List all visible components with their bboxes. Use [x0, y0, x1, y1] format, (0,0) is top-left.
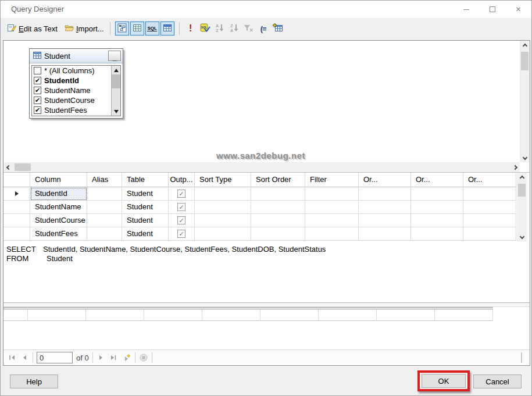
checkbox-checked[interactable]: ✔ — [34, 106, 41, 114]
results-cell[interactable] — [435, 309, 493, 321]
sort-ascending-button[interactable]: AZ — [213, 21, 227, 36]
results-cell[interactable] — [202, 309, 260, 321]
ok-button[interactable]: OK — [422, 374, 466, 388]
help-button[interactable]: Help — [10, 374, 58, 388]
cell-sort-type[interactable] — [195, 227, 251, 241]
header-output[interactable]: Outp... — [169, 173, 195, 187]
header-or-3[interactable]: Or... — [463, 173, 516, 187]
results-pane-button[interactable] — [160, 22, 174, 35]
cell-alias[interactable] — [87, 187, 122, 201]
cell-filter[interactable] — [305, 201, 359, 214]
cell-alias[interactable] — [87, 201, 122, 214]
header-or-1[interactable]: Or... — [359, 173, 411, 187]
cell-filter[interactable] — [305, 214, 359, 227]
checkbox-checked[interactable]: ✔ — [34, 77, 41, 84]
cell-alias[interactable] — [87, 227, 122, 241]
import-button[interactable]: Import... — [63, 21, 106, 36]
scrollbar-thumb[interactable] — [518, 184, 526, 197]
cell-or[interactable] — [411, 227, 463, 241]
first-record-button[interactable] — [7, 353, 16, 362]
cell-sort-type[interactable] — [195, 201, 251, 214]
student-table-card[interactable]: Student _ * (All Columns) ✔ StudentId ✔ … — [29, 48, 123, 119]
header-filter[interactable]: Filter — [305, 173, 359, 187]
add-table-button[interactable] — [271, 21, 285, 36]
cell-or[interactable] — [463, 214, 516, 227]
next-record-button[interactable] — [97, 353, 106, 362]
cell-filter[interactable] — [305, 187, 359, 201]
cell-sort-order[interactable] — [251, 201, 305, 214]
maximize-button[interactable] — [479, 1, 505, 18]
sql-pane[interactable]: SELECT StudentId, StudentName, StudentCo… — [3, 241, 530, 302]
grid-pane-button[interactable] — [130, 22, 144, 35]
row-selector-cell[interactable] — [3, 227, 30, 241]
cell-or[interactable] — [463, 201, 516, 214]
scroll-down-icon[interactable] — [517, 231, 527, 241]
cell-filter[interactable] — [305, 227, 359, 241]
scroll-up-icon[interactable] — [112, 66, 120, 74]
last-record-button[interactable] — [109, 353, 119, 362]
cell-output[interactable]: ✓ — [169, 214, 195, 227]
cell-or[interactable] — [411, 187, 463, 201]
minimize-button[interactable] — [453, 1, 479, 18]
cell-table[interactable]: Student — [122, 187, 169, 201]
checkbox-unchecked[interactable] — [34, 67, 41, 74]
cell-column[interactable]: StudentFees — [30, 227, 87, 241]
column-list-item[interactable]: * (All Columns) — [32, 66, 120, 76]
stop-button[interactable] — [139, 353, 148, 362]
cell-sort-type[interactable] — [195, 187, 251, 201]
cell-or[interactable] — [411, 214, 463, 227]
column-list-item[interactable]: ✔ StudentCourse — [32, 95, 120, 105]
cell-sort-order[interactable] — [251, 214, 305, 227]
grid-vertical-scrollbar[interactable] — [517, 173, 527, 241]
pane-splitter[interactable] — [3, 302, 530, 307]
results-cell[interactable] — [86, 309, 144, 321]
table-card-minimize-button[interactable]: _ — [108, 51, 121, 61]
checkbox-checked[interactable]: ✔ — [34, 87, 41, 94]
header-or-2[interactable]: Or... — [411, 173, 463, 187]
output-checkbox-checked[interactable]: ✓ — [177, 216, 185, 224]
diagram-pane-button[interactable] — [115, 22, 129, 35]
header-column[interactable]: Column — [30, 173, 87, 187]
scrollbar-thumb[interactable] — [15, 163, 31, 171]
header-table[interactable]: Table — [122, 173, 169, 187]
output-checkbox-checked[interactable]: ✓ — [177, 190, 185, 198]
cell-or[interactable] — [463, 187, 516, 201]
verify-sql-button[interactable]: SQL — [198, 21, 212, 36]
cell-sort-order[interactable] — [251, 227, 305, 241]
scroll-down-icon[interactable] — [520, 152, 530, 162]
output-checkbox-checked[interactable]: ✓ — [177, 230, 185, 238]
cell-output[interactable]: ✓ — [169, 201, 195, 214]
cell-or[interactable] — [359, 214, 411, 227]
cell-table[interactable]: Student — [122, 214, 169, 227]
diagram-vertical-scrollbar[interactable] — [520, 41, 530, 162]
header-alias[interactable]: Alias — [87, 173, 122, 187]
scrollbar-thumb[interactable] — [112, 74, 120, 88]
cell-column[interactable]: StudentCourse — [30, 214, 87, 227]
edit-as-text-button[interactable]: Edit as Text — [5, 21, 59, 36]
scroll-left-icon[interactable] — [3, 162, 13, 172]
cell-column[interactable]: StudentId — [30, 187, 87, 201]
diagram-horizontal-scrollbar[interactable] — [3, 162, 520, 172]
column-list-item[interactable]: ✔ StudentFees — [32, 105, 120, 115]
checkbox-checked[interactable]: ✔ — [34, 97, 41, 104]
record-position-input[interactable] — [37, 352, 73, 363]
sort-descending-button[interactable]: ZA — [227, 21, 241, 36]
close-button[interactable]: ✕ — [505, 1, 531, 18]
row-selector-cell[interactable] — [3, 201, 30, 214]
cell-or[interactable] — [411, 201, 463, 214]
results-empty-row[interactable] — [3, 309, 493, 321]
results-cell[interactable] — [319, 309, 377, 321]
previous-record-button[interactable] — [20, 353, 29, 362]
cell-sort-type[interactable] — [195, 214, 251, 227]
header-sort-type[interactable]: Sort Type — [195, 173, 251, 187]
scroll-right-icon[interactable] — [510, 162, 520, 172]
remove-filter-button[interactable] — [242, 21, 256, 36]
cell-or[interactable] — [359, 201, 411, 214]
new-record-button[interactable] — [122, 353, 131, 362]
column-list-item[interactable]: ✔ StudentName — [32, 85, 120, 95]
cell-or[interactable] — [463, 227, 516, 241]
results-cell[interactable] — [260, 309, 319, 321]
cell-or[interactable] — [359, 187, 411, 201]
cancel-button[interactable]: Cancel — [473, 374, 522, 388]
cell-column[interactable]: StudentName — [30, 201, 87, 214]
